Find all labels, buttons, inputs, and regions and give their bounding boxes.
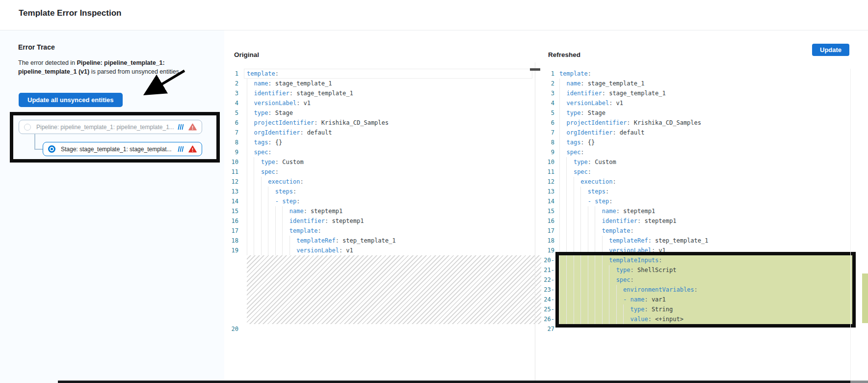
original-code-editor[interactable]: 1template:2name: stage_template_13identi… <box>224 69 534 334</box>
code-line[interactable]: 21-type: ShellScript <box>536 265 868 275</box>
line-number: 15 <box>224 206 238 216</box>
code-line[interactable]: 3identifier: stage_template_1 <box>536 88 868 98</box>
code-line[interactable]: 3identifier: stage_template_1 <box>224 88 534 98</box>
code-line[interactable]: 8tags: {} <box>224 137 534 147</box>
code-line[interactable]: 13steps: <box>536 187 868 196</box>
code-line[interactable]: 19versionLabel: v1 <box>224 246 534 255</box>
line-number: 17 <box>536 226 554 236</box>
update-all-unsynced-button[interactable]: Update all unsynced entities <box>19 93 123 107</box>
code-line[interactable]: 23-environmentVariables: <box>536 285 868 295</box>
code-line[interactable]: 5type: Stage <box>536 108 868 118</box>
code-line[interactable]: 26-value: <+input> <box>536 314 868 324</box>
line-number: 19 <box>536 246 554 255</box>
code-line[interactable]: 18templateRef: step_template_1 <box>224 236 534 246</box>
template-error-inspection-drawer: Template Error Inspection Error Trace Th… <box>0 0 868 383</box>
tree-item-pipeline[interactable]: Pipeline: pipeline_template_1: pipeline_… <box>19 120 202 134</box>
line-number: 25- <box>536 304 554 314</box>
code-line[interactable]: 17template: <box>536 226 868 236</box>
line-number: 24- <box>536 295 554 304</box>
code-line[interactable]: 17template: <box>224 226 534 236</box>
code-line[interactable]: 20 <box>224 324 534 334</box>
line-number: 13 <box>224 187 238 196</box>
code-line[interactable]: 8tags: {} <box>536 137 868 147</box>
line-number: 13 <box>536 187 554 196</box>
line-number: 16 <box>536 216 554 226</box>
refreshed-panel-title: Refreshed <box>548 51 580 58</box>
stage-label: Stage: stage_template_1: stage_templat..… <box>61 146 174 153</box>
stage-radio[interactable] <box>48 145 55 153</box>
line-number: 14 <box>536 196 554 206</box>
code-line[interactable]: 14- step: <box>536 196 868 206</box>
line-number: 7 <box>536 128 554 137</box>
code-line[interactable]: 16identifier: steptemp1 <box>536 216 868 226</box>
inserted-lines-placeholder <box>247 255 541 324</box>
code-line[interactable]: 6projectIdentifier: Krishika_CD_Samples <box>224 118 534 128</box>
code-line[interactable]: 25-type: String <box>536 304 868 314</box>
code-line[interactable]: 10type: Custom <box>536 157 868 167</box>
line-number: 14 <box>224 196 238 206</box>
line-number: 5 <box>224 108 238 118</box>
line-number: 9 <box>224 147 238 157</box>
tree-connector-vertical <box>34 134 35 149</box>
template-icon <box>178 146 184 152</box>
code-line[interactable]: 4versionLabel: v1 <box>224 98 534 108</box>
line-number: 27 <box>536 324 554 334</box>
code-line[interactable]: 2name: stage_template_1 <box>224 79 534 88</box>
code-line[interactable]: 7orgIdentifier: default <box>536 128 868 137</box>
line-number: 23- <box>536 285 554 295</box>
line-number: 4 <box>536 98 554 108</box>
code-line[interactable]: 20-templateInputs: <box>536 255 868 265</box>
code-line[interactable]: 14- step: <box>224 196 534 206</box>
code-line[interactable]: 2name: stage_template_1 <box>536 79 868 88</box>
error-description: The error detected in Pipeline: pipeline… <box>18 59 191 76</box>
line-number: 16 <box>224 216 238 226</box>
code-line[interactable]: 22-spec: <box>536 275 868 285</box>
code-line[interactable]: 13steps: <box>224 187 534 196</box>
line-number: 1 <box>536 69 554 79</box>
code-line[interactable]: 18templateRef: step_template_1 <box>536 236 868 246</box>
code-line[interactable]: 1template: <box>224 69 534 79</box>
refreshed-code-editor[interactable]: 1template:2name: stage_template_13identi… <box>536 69 868 334</box>
code-line[interactable]: 1template: <box>536 69 868 79</box>
overview-ruler-added-marker[interactable] <box>862 274 868 323</box>
line-number: 17 <box>224 226 238 236</box>
line-number: 6 <box>224 118 238 128</box>
code-line[interactable]: 9spec: <box>224 147 534 157</box>
code-line[interactable]: 6projectIdentifier: Krishika_CD_Samples <box>536 118 868 128</box>
code-line[interactable]: 4versionLabel: v1 <box>536 98 868 108</box>
line-number: 18 <box>536 236 554 246</box>
scrollbar-track <box>850 69 851 381</box>
bottom-window-edge-scroll <box>850 381 868 383</box>
code-line[interactable]: 27 <box>536 324 868 334</box>
code-line[interactable]: 7orgIdentifier: default <box>224 128 534 137</box>
line-number: 2 <box>224 79 238 88</box>
line-number: 21- <box>536 265 554 275</box>
line-number: 2 <box>536 79 554 88</box>
code-line[interactable]: 10type: Custom <box>224 157 534 167</box>
line-number: 9 <box>536 147 554 157</box>
line-number: 19 <box>224 246 238 255</box>
code-line[interactable]: 12execution: <box>536 177 868 187</box>
code-line[interactable]: 24-- name: var1 <box>536 295 868 304</box>
code-line[interactable]: 9spec: <box>536 147 868 157</box>
tree-item-stage[interactable]: Stage: stage_template_1: stage_templat..… <box>43 142 202 156</box>
page-title: Template Error Inspection <box>19 8 121 18</box>
line-number: 1 <box>224 69 238 79</box>
code-line[interactable]: 15name: steptemp1 <box>224 206 534 216</box>
code-line[interactable]: 12execution: <box>224 177 534 187</box>
code-line[interactable]: 15name: steptemp1 <box>536 206 868 216</box>
line-number: 22- <box>536 275 554 285</box>
line-number: 4 <box>224 98 238 108</box>
code-line[interactable]: 16identifier: steptemp1 <box>224 216 534 226</box>
pipeline-radio[interactable] <box>24 124 31 131</box>
line-number: 5 <box>536 108 554 118</box>
code-line[interactable]: 11spec: <box>224 167 534 177</box>
code-line[interactable]: 5type: Stage <box>224 108 534 118</box>
code-line[interactable]: 19versionLabel: v1 <box>536 246 868 255</box>
diff-split-divider <box>535 62 535 381</box>
template-icon <box>178 124 184 130</box>
update-button[interactable]: Update <box>812 44 849 56</box>
error-trace-sidebar: Error Trace The error detected in Pipeli… <box>0 30 224 383</box>
line-number: 11 <box>224 167 238 177</box>
code-line[interactable]: 11spec: <box>536 167 868 177</box>
